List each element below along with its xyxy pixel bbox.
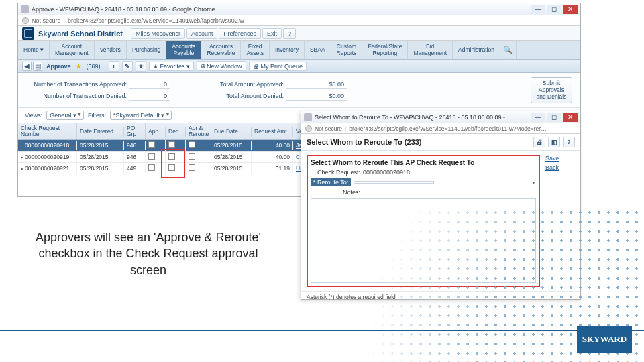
- notes-icon[interactable]: ✎: [122, 61, 133, 72]
- views-label: Views:: [25, 112, 42, 119]
- den-checkbox[interactable]: [168, 153, 175, 160]
- col-po-grp[interactable]: PO Grp: [124, 123, 146, 139]
- section-bar: ◀ ▤ Approve ★ (369) i ✎ ★ ★Favorites ▾ ⧉…: [18, 60, 580, 73]
- stat-amt-denied: $0.00: [286, 92, 347, 101]
- back-link[interactable]: Back: [545, 164, 575, 171]
- popup-heading-bar: Select Whom to Reroute To (233) 🖨 ◧ ?: [301, 134, 580, 151]
- not-secure-icon: [22, 17, 29, 24]
- new-window-button[interactable]: ⧉New Window: [197, 61, 246, 71]
- col-request-amt[interactable]: Request Amt: [252, 127, 293, 137]
- tab-fixed-assets[interactable]: Fixed Assets: [241, 41, 270, 59]
- popup-url-bar: Not secure | broker4:82/scripts/cgiip.ex…: [301, 123, 580, 134]
- notes-textarea[interactable]: [311, 198, 536, 283]
- tab-admin[interactable]: Administration: [453, 41, 500, 59]
- tab-purchasing[interactable]: Purchasing: [127, 41, 167, 59]
- reroute-checkbox[interactable]: [189, 153, 195, 160]
- tab-inventory[interactable]: Inventory: [270, 41, 305, 59]
- popup-maximize-button[interactable]: ◻: [547, 113, 561, 122]
- close-button[interactable]: ✕: [563, 5, 578, 14]
- popup-title: Select Whom to Reroute To - WF\AP\CH\AQ …: [315, 114, 513, 121]
- stat-trans-approved-label: Number of Transactions Approved:: [26, 81, 127, 88]
- top-link-user[interactable]: Miles Mccovencr: [131, 28, 185, 39]
- tab-custom-reports[interactable]: Custom Reports: [331, 41, 363, 59]
- reroute-to-label: * Reroute To:: [311, 178, 351, 186]
- popup-heading: Select Whom to Reroute To (233): [307, 138, 422, 146]
- col-den[interactable]: Den: [166, 127, 186, 137]
- print-queue-button[interactable]: 🖨My Print Queue: [249, 62, 307, 71]
- popup-print-icon[interactable]: 🖨: [533, 137, 545, 147]
- col-date-entered[interactable]: Date Entered: [77, 127, 124, 137]
- stat-amt-denied-label: Total Amount Denied:: [183, 93, 284, 99]
- row-expand-icon[interactable]: ▸: [21, 166, 23, 172]
- check-request-label: Check Request:: [311, 169, 360, 176]
- footer-logo: SKYWARD: [577, 326, 632, 353]
- filters-select[interactable]: *Skyward Default ▾: [110, 111, 172, 120]
- popup-titlebar: Select Whom to Reroute To - WF\AP\CH\AQ …: [301, 111, 580, 123]
- chevron-down-icon[interactable]: ▼: [531, 180, 536, 185]
- skyward-logo-icon: [22, 27, 34, 40]
- reroute-checkbox[interactable]: [189, 164, 195, 171]
- popup-help-icon[interactable]: ?: [563, 137, 575, 147]
- tab-vendors[interactable]: Vendors: [95, 41, 127, 59]
- stat-trans-denied-label: Number of Transaction Denied:: [26, 93, 127, 99]
- info-icon[interactable]: i: [109, 61, 119, 72]
- tab-home[interactable]: Home ▾: [18, 41, 50, 59]
- not-secure-label: Not secure: [32, 17, 61, 24]
- nav-list-button[interactable]: ▤: [33, 62, 42, 71]
- filters-label: Filters:: [88, 112, 106, 119]
- main-url: broker4:82/scripts/cgiip.exe/WService=11…: [68, 17, 244, 24]
- check-request-value: 00000000020918: [363, 169, 410, 176]
- tab-fed-state[interactable]: Federal/State Reporting: [362, 41, 408, 59]
- top-link-prefs[interactable]: Preferences: [219, 28, 261, 39]
- row-expand-icon[interactable]: ▸: [21, 154, 23, 160]
- popup-minimize-button[interactable]: —: [531, 113, 545, 122]
- app-checkbox[interactable]: [148, 164, 155, 171]
- submit-approvals-button[interactable]: Submit Approvals and Denials: [531, 77, 572, 103]
- top-link-account[interactable]: Account: [186, 28, 218, 39]
- den-checkbox[interactable]: [168, 141, 175, 148]
- app-checkbox[interactable]: [148, 141, 155, 148]
- stat-amt-approved: $0.00: [286, 80, 347, 89]
- minimize-button[interactable]: —: [531, 5, 545, 14]
- col-check-request[interactable]: Check Request Number: [18, 123, 77, 139]
- top-links: Miles Mccovencr Account Preferences Exit…: [131, 28, 296, 39]
- nav-search-icon[interactable]: 🔍: [500, 41, 517, 59]
- tab-sbaa[interactable]: SBAA: [305, 41, 331, 59]
- views-select[interactable]: General ▾: [46, 111, 84, 120]
- window-page-icon: [21, 5, 29, 13]
- save-link[interactable]: Save: [545, 155, 575, 162]
- reroute-to-field[interactable]: [354, 181, 434, 184]
- maximize-button[interactable]: ◻: [547, 5, 561, 14]
- brand-row: Skyward School District Miles Mccovencr …: [18, 26, 580, 41]
- tab-acct-mgmt[interactable]: Account Management: [50, 41, 95, 59]
- col-apr-reroute[interactable]: Apr & Reroute: [186, 123, 211, 139]
- tab-ap[interactable]: Accounts Payable: [166, 41, 201, 59]
- tab-bid-mgmt[interactable]: Bid Management: [408, 41, 453, 59]
- bookmark-icon[interactable]: ★: [136, 61, 146, 72]
- row-expand-icon[interactable]: ▸: [21, 143, 23, 149]
- brand-name: Skyward School District: [38, 29, 123, 38]
- tab-ar[interactable]: Accounts Receivable: [201, 41, 241, 59]
- stat-amt-approved-label: Total Amount Approved:: [183, 81, 284, 88]
- panel-title: Select Whom to Reroute This AP Check Req…: [311, 159, 536, 166]
- col-due-date[interactable]: Due Date: [211, 127, 252, 137]
- nav-back-button[interactable]: ◀: [22, 62, 32, 71]
- reroute-checkbox[interactable]: [189, 141, 195, 148]
- popup-bookmark-icon[interactable]: ◧: [548, 137, 560, 147]
- popup-not-secure-label: Not secure: [315, 125, 342, 132]
- notes-label: Notes:: [311, 189, 360, 196]
- top-link-exit[interactable]: Exit: [262, 28, 282, 39]
- popup-close-button[interactable]: ✕: [563, 113, 578, 122]
- popup-url: broker4:82/scripts/cgiip.exe/WService=11…: [349, 125, 546, 132]
- not-secure-icon: [305, 125, 312, 132]
- stat-trans-approved: 0: [129, 80, 170, 89]
- stats-row: Number of Transactions Approved: 0 Numbe…: [18, 73, 580, 108]
- section-count: (369): [87, 63, 101, 70]
- top-link-help[interactable]: ?: [283, 28, 296, 39]
- col-app[interactable]: App: [146, 127, 166, 137]
- main-url-bar: Not secure | broker4:82/scripts/cgiip.ex…: [18, 15, 580, 26]
- favorites-dropdown[interactable]: ★Favorites ▾: [149, 62, 195, 71]
- app-checkbox[interactable]: [148, 153, 155, 160]
- den-checkbox[interactable]: [168, 164, 175, 171]
- favorite-star-icon[interactable]: ★: [75, 62, 83, 71]
